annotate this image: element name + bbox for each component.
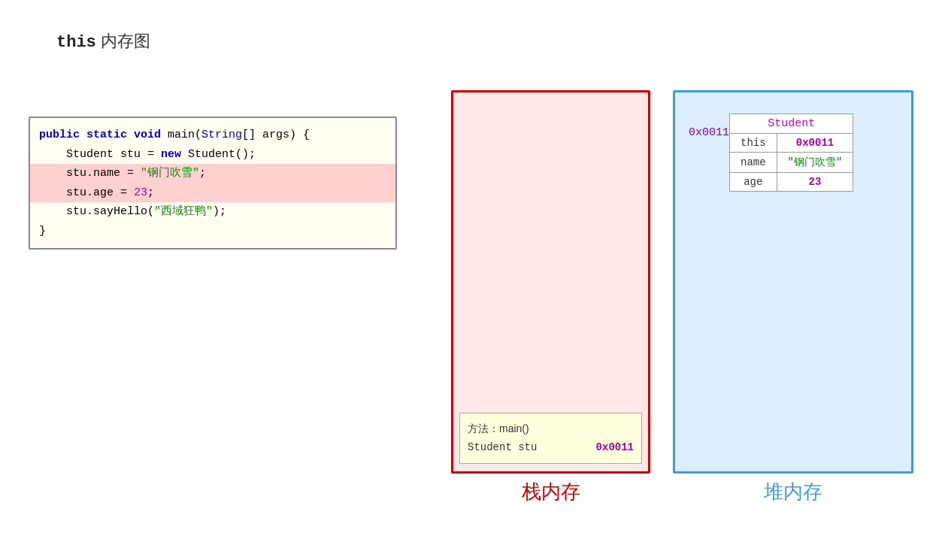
frame-var-value: 0x0011 <box>596 438 634 457</box>
heap-field-row: age23 <box>730 173 853 192</box>
frame-var-name: Student stu <box>468 438 537 457</box>
code-line: stu.sayHello("西域狂鸭"); <box>39 202 386 222</box>
code-line: stu.name = "钢门吹雪"; <box>30 164 395 183</box>
code-line: } <box>39 222 386 241</box>
code-line: Student stu = new Student(); <box>39 145 386 165</box>
title-rest: 内存图 <box>96 32 150 50</box>
stack-label: 栈内存 <box>522 479 580 505</box>
heap-object-address: 0x0011 <box>689 126 729 139</box>
heap-field-row: this0x0011 <box>730 134 853 153</box>
heap-class-name: Student <box>730 114 853 134</box>
heap-label: 堆内存 <box>764 479 822 505</box>
frame-variable: Student stu 0x0011 <box>468 438 634 457</box>
title-this: this <box>56 33 96 52</box>
heap-object-table: Student this0x0011name"钢门吹雪"age23 <box>729 114 853 192</box>
stack-frame: 方法：main() Student stu 0x0011 <box>459 413 642 464</box>
page-title: this 内存图 <box>56 30 150 53</box>
code-line: stu.age = 23; <box>30 183 395 203</box>
code-block: public static void main(String[] args) {… <box>29 117 397 250</box>
code-line: public static void main(String[] args) { <box>39 126 386 145</box>
frame-method-text: 方法：main() <box>468 422 529 434</box>
heap-field-row: name"钢门吹雪" <box>730 153 853 173</box>
heap-memory-box: 0x0011 Student this0x0011name"钢门吹雪"age23… <box>673 90 913 474</box>
stack-memory-box: 方法：main() Student stu 0x0011 栈内存 <box>451 90 650 474</box>
frame-method-label: 方法：main() <box>468 419 634 438</box>
